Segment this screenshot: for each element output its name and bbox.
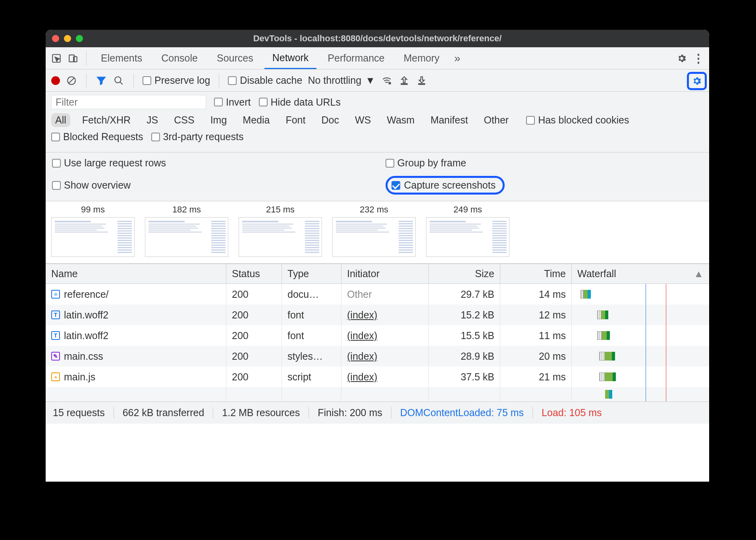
blocked-requests-checkbox[interactable]: Blocked Requests — [51, 131, 143, 143]
table-row[interactable]: Tlatin.woff2 200 font (index) 15.5 kB 11… — [46, 325, 709, 346]
show-overview-checkbox[interactable]: Show overview — [52, 176, 370, 195]
initiator-link[interactable]: (index) — [347, 371, 377, 383]
checkbox-label: Group by frame — [397, 157, 467, 169]
tab-network[interactable]: Network — [264, 47, 317, 69]
svg-rect-8 — [401, 83, 407, 84]
clear-icon[interactable] — [66, 75, 77, 87]
screenshot-thumbnail[interactable]: 99 ms — [51, 204, 135, 257]
screenshot-thumbnail[interactable]: 249 ms — [426, 204, 509, 257]
record-button[interactable] — [51, 76, 60, 85]
screenshot-thumbnail[interactable]: 215 ms — [239, 204, 322, 257]
table-row[interactable]: ≡reference/ 200 docu… Other 29.7 kB 14 m… — [46, 284, 709, 305]
tab-elements[interactable]: Elements — [93, 47, 150, 69]
large-rows-checkbox[interactable]: Use large request rows — [52, 157, 370, 169]
type-pill-other[interactable]: Other — [480, 113, 513, 127]
download-har-icon[interactable] — [416, 75, 428, 87]
checkbox-box — [143, 76, 151, 85]
third-party-checkbox[interactable]: 3rd-party requests — [151, 131, 244, 143]
col-name[interactable]: Name — [46, 264, 226, 284]
window-zoom-button[interactable] — [76, 35, 83, 42]
status-requests: 15 requests — [53, 407, 114, 418]
screenshot-thumbnail[interactable]: 182 ms — [145, 204, 228, 257]
screenshot-thumbnail[interactable]: 232 ms — [332, 204, 416, 257]
type-pill-manifest[interactable]: Manifest — [426, 113, 472, 127]
col-waterfall[interactable]: Waterfall ▲ — [572, 264, 709, 284]
checkbox-box — [51, 133, 60, 141]
search-icon[interactable] — [113, 75, 125, 87]
table-row[interactable]: Tlatin.woff2 200 font (index) 15.2 kB 12… — [46, 305, 709, 325]
tab-memory[interactable]: Memory — [395, 47, 447, 69]
checkbox-label: Disable cache — [240, 75, 302, 86]
status-cell: 200 — [226, 346, 282, 366]
col-type[interactable]: Type — [282, 264, 341, 284]
size-cell: 29.7 kB — [429, 284, 500, 305]
type-cell: docu… — [282, 284, 341, 305]
inspect-icon[interactable] — [50, 52, 63, 65]
type-pill-fetch[interactable]: Fetch/XHR — [78, 113, 135, 127]
window-title: DevTools - localhost:8080/docs/devtools/… — [46, 33, 709, 44]
traffic-lights — [52, 35, 83, 42]
waterfall-cell — [572, 325, 709, 346]
status-cell: 200 — [226, 366, 282, 387]
screenshot-time: 215 ms — [239, 204, 322, 215]
col-size[interactable]: Size — [429, 264, 500, 284]
tab-label: Memory — [403, 52, 439, 64]
screenshot-image — [239, 217, 322, 257]
name-cell: ∘main.js — [51, 371, 95, 383]
type-pill-js[interactable]: JS — [143, 113, 162, 127]
has-blocked-cookies-checkbox[interactable]: Has blocked cookies — [526, 114, 629, 126]
table-row[interactable]: ✎main.css 200 styles… (index) 28.9 kB 20… — [46, 346, 709, 366]
type-pill-css[interactable]: CSS — [170, 113, 198, 127]
filter-input[interactable] — [51, 95, 206, 109]
device-toggle-icon[interactable] — [66, 52, 80, 65]
preserve-log-checkbox[interactable]: Preserve log — [143, 75, 210, 86]
disable-cache-checkbox[interactable]: Disable cache — [228, 75, 302, 86]
tab-performance[interactable]: Performance — [320, 47, 392, 69]
type-pill-img[interactable]: Img — [206, 113, 231, 127]
filter-icon[interactable] — [95, 75, 107, 87]
invert-checkbox[interactable]: Invert — [214, 96, 251, 108]
type-pill-media[interactable]: Media — [239, 113, 274, 127]
type-pill-ws[interactable]: WS — [351, 113, 375, 127]
initiator-link[interactable]: (index) — [347, 309, 377, 321]
kebab-menu-icon[interactable]: ⋮ — [692, 52, 705, 65]
capture-screenshots-checkbox[interactable]: Capture screenshots — [386, 176, 505, 195]
gear-icon[interactable] — [675, 52, 688, 65]
tab-sources[interactable]: Sources — [209, 47, 261, 69]
col-time[interactable]: Time — [500, 264, 572, 284]
screenshot-image — [426, 217, 509, 257]
type-pill-doc[interactable]: Doc — [317, 113, 343, 127]
initiator-link[interactable]: (index) — [347, 351, 377, 362]
type-pill-all[interactable]: All — [51, 113, 70, 127]
screenshot-time: 249 ms — [426, 204, 509, 215]
window-minimize-button[interactable] — [64, 35, 71, 42]
initiator-link[interactable]: (index) — [347, 330, 377, 341]
throttling-select[interactable]: No throttling ▼ — [308, 75, 375, 86]
checkbox-label: Preserve log — [154, 75, 210, 86]
checkbox-box — [52, 159, 61, 168]
more-tabs-icon[interactable]: » — [451, 52, 464, 65]
window-close-button[interactable] — [52, 35, 59, 42]
col-status[interactable]: Status — [226, 264, 282, 284]
svg-line-6 — [120, 82, 123, 85]
initiator-cell: (index) — [341, 325, 429, 346]
upload-har-icon[interactable] — [398, 75, 410, 87]
sort-indicator-icon: ▲ — [694, 268, 704, 280]
group-by-frame-checkbox[interactable]: Group by frame — [386, 157, 703, 169]
svg-rect-9 — [418, 83, 424, 84]
divider — [86, 51, 87, 66]
type-pill-wasm[interactable]: Wasm — [383, 113, 418, 127]
screenshot-time: 182 ms — [145, 204, 228, 215]
type-pill-font[interactable]: Font — [282, 113, 309, 127]
checkbox-box — [392, 181, 400, 190]
col-initiator[interactable]: Initiator — [341, 264, 429, 284]
table-row[interactable]: ∘main.js 200 script (index) 37.5 kB 21 m… — [46, 366, 709, 387]
network-conditions-icon[interactable] — [381, 75, 393, 87]
hide-data-urls-checkbox[interactable]: Hide data URLs — [259, 96, 341, 108]
initiator-cell: (index) — [341, 366, 429, 387]
time-cell: 12 ms — [500, 305, 572, 325]
network-settings-button[interactable] — [687, 72, 707, 90]
tab-console[interactable]: Console — [153, 47, 206, 69]
request-name: latin.woff2 — [64, 330, 108, 341]
status-cell: 200 — [226, 325, 282, 346]
